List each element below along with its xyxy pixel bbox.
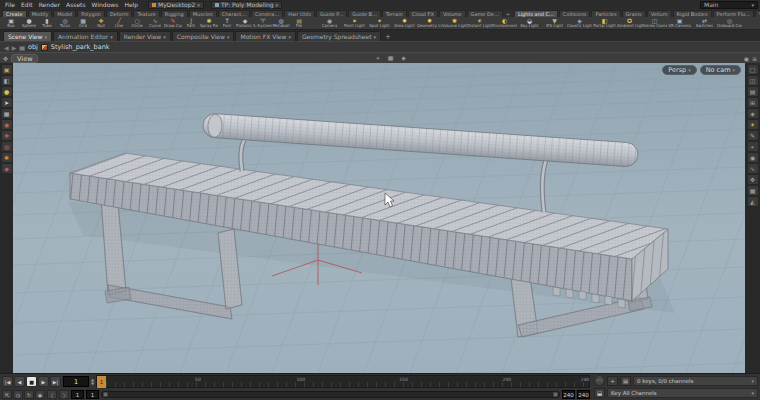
shelf-tool[interactable]: ▮ Tube — [38, 17, 56, 29]
shelf-tool[interactable]: ∿ Curve — [146, 17, 164, 29]
viewport-3d[interactable]: Persp ▾ No cam ▾ — [13, 63, 745, 373]
shelf-tab[interactable]: Guide B... — [348, 10, 380, 17]
key-all-channels-dropdown[interactable]: Key All Channels ▾ — [607, 388, 758, 398]
camera-toolbar-icon[interactable]: ◉ — [744, 55, 749, 62]
add-pane-tab-button[interactable]: + — [382, 33, 394, 41]
shelf-tab[interactable]: Terrain — [382, 10, 407, 17]
left-toolbar-icon[interactable]: ◧ — [2, 76, 12, 85]
shelf-tool[interactable]: ✸ Geometry Light — [417, 17, 442, 29]
keys-summary-dropdown[interactable]: 0 keys, 0/0 channels ▾ — [633, 376, 758, 386]
right-toolbar-icon[interactable]: ∿ — [748, 164, 758, 173]
menu-item[interactable]: Assets — [63, 1, 89, 8]
range-start-sub-field[interactable]: 1 — [86, 390, 99, 399]
shelf-tab[interactable]: Particles — [591, 10, 620, 17]
left-toolbar-icon[interactable]: ▣ — [2, 65, 12, 74]
shelf-tool[interactable]: T Font — [218, 17, 236, 29]
shelf-tool[interactable]: ⇄ Switcher — [692, 17, 717, 29]
playbar-option-button[interactable]: ◷ — [13, 390, 23, 399]
transport-button[interactable]: ■ — [26, 376, 37, 387]
shelf-tool[interactable]: ◐ Environment Light — [492, 17, 517, 29]
shelf-tool[interactable]: ✱ Spray Paint — [200, 17, 218, 29]
shelf-tool[interactable]: ▣ Box — [2, 17, 20, 29]
transport-button[interactable]: ▶| — [50, 376, 61, 387]
right-toolbar-icon[interactable]: ▤ — [748, 87, 758, 96]
pane-tab[interactable]: Scene View ▾ — [3, 31, 52, 41]
desktop-selector[interactable]: MyDesktop2 ▾ — [148, 1, 204, 9]
left-toolbar-icon[interactable]: ➤ — [2, 98, 12, 107]
shelf-tool[interactable]: ✚ Null — [92, 17, 110, 29]
display-options-icon[interactable]: ≡ — [752, 55, 757, 62]
shelf-tool[interactable]: ◧ Portal Light — [592, 17, 617, 29]
range-prev-icon[interactable]: ❮ — [47, 390, 57, 399]
timeline-ruler[interactable]: 1 50100150200240 — [96, 375, 590, 388]
right-toolbar-icon[interactable]: ✥ — [748, 175, 758, 184]
shelf-tab[interactable]: Collisions — [559, 10, 591, 17]
shelf-tab[interactable]: Muscles — [189, 10, 217, 17]
right-toolbar-icon[interactable]: ▦ — [748, 186, 758, 195]
shelf-tab[interactable]: Rigid Bodies — [673, 10, 712, 17]
current-frame-field[interactable]: 1 — [63, 376, 89, 387]
right-toolbar-icon[interactable]: ⊞ — [748, 98, 758, 107]
shelf-tab[interactable]: Deform — [106, 10, 133, 17]
left-toolbar-icon[interactable]: ● — [2, 87, 12, 96]
playbar-option-button[interactable]: ⇱ — [2, 390, 12, 399]
shelf-tool[interactable]: ╱ Line — [110, 17, 128, 29]
range-slider-left-handle[interactable] — [103, 392, 108, 397]
shelf-tab[interactable]: Cloud FX — [408, 10, 438, 17]
shelf-tab[interactable]: Modify — [28, 10, 53, 17]
range-end-field[interactable]: 240 — [562, 390, 575, 399]
range-start-field[interactable]: 1 — [71, 390, 84, 399]
transport-button[interactable]: |◀ — [2, 376, 13, 387]
shelf-tab[interactable]: Lights and C... — [514, 10, 558, 17]
shelf-tool[interactable]: ✶ Point Light — [342, 17, 367, 29]
view-mode-button[interactable]: View — [11, 54, 38, 63]
left-toolbar-icon[interactable]: ▦ — [2, 109, 12, 118]
right-toolbar-icon[interactable]: ✎ — [748, 131, 758, 140]
pane-tab[interactable]: Composite View ▾ — [172, 31, 235, 41]
shelf-tab[interactable]: Guide P... — [316, 10, 347, 17]
range-end-sub-field[interactable]: 240 — [577, 390, 590, 399]
shelf-tool[interactable]: ○ Circle — [128, 17, 146, 29]
back-icon[interactable]: ◀ — [4, 44, 9, 51]
shelf-tab[interactable]: Vellum — [647, 10, 672, 17]
shelf-tool[interactable]: ◎ Torus — [56, 17, 74, 29]
range-slider-right-handle[interactable] — [553, 392, 558, 397]
shelf-tab[interactable]: Model — [53, 10, 76, 17]
camera-selector[interactable]: No cam ▾ — [700, 65, 741, 75]
right-toolbar-icon[interactable]: ◈ — [748, 109, 758, 118]
shelf-tool[interactable]: ◉ Camera — [317, 17, 342, 29]
snap-grid-icon[interactable]: ▦ — [388, 54, 394, 62]
menu-item[interactable]: Render — [36, 1, 63, 8]
shelf-tool[interactable]: ● Sphere — [20, 17, 38, 29]
left-toolbar-icon[interactable]: ✱ — [2, 153, 12, 162]
network-tree-icon[interactable]: ▤ — [19, 44, 25, 51]
shelf-tab[interactable]: Polygon — [77, 10, 105, 17]
shelf-tool[interactable]: ▣ VR Camera — [667, 17, 692, 29]
shelf-tool[interactable]: ◒ Sky Light — [517, 17, 542, 29]
right-toolbar-icon[interactable]: ⌖ — [748, 142, 758, 151]
shelf-tool[interactable]: ◆ Platonic Solids — [236, 17, 254, 29]
scrub-wheel[interactable]: ◠ — [594, 375, 605, 386]
pane-tab[interactable]: Render View ▾ — [119, 31, 171, 41]
projection-selector[interactable]: Persp ▾ — [662, 65, 696, 75]
keyframe-list-icon[interactable]: ▤ — [620, 376, 631, 386]
right-toolbar-icon[interactable]: ◉ — [748, 153, 758, 162]
transport-button[interactable]: ◀ — [14, 376, 25, 387]
shelf-tab[interactable]: Create — [2, 10, 27, 17]
menu-item[interactable]: Windows — [89, 1, 122, 8]
shelf-tool[interactable]: ✎ Draw Curve — [164, 17, 182, 29]
shelf-tool[interactable]: ✪ Ambient Light — [617, 17, 642, 29]
shelf-tool[interactable]: ◍ Metaball — [272, 17, 290, 29]
menu-item[interactable]: File — [2, 1, 18, 8]
breadcrumb-context[interactable]: obj — [28, 43, 38, 51]
shelf-tool[interactable]: ✦ Spot Light — [367, 17, 392, 29]
take-selector[interactable]: Main ▾ — [700, 1, 758, 9]
forward-icon[interactable]: ▶ — [12, 44, 17, 51]
shelf-tool[interactable]: ▦ Grid — [74, 17, 92, 29]
right-toolbar-icon[interactable]: ▢ — [748, 65, 758, 74]
shelf-tab[interactable]: Various Fluids — [755, 10, 760, 17]
range-next-icon[interactable]: ❯ — [59, 390, 69, 399]
pane-tab[interactable]: Motion FX View ▾ — [235, 31, 295, 41]
shelf-tab[interactable]: Game De... — [467, 10, 503, 17]
left-toolbar-icon[interactable]: ◆ — [2, 164, 12, 173]
